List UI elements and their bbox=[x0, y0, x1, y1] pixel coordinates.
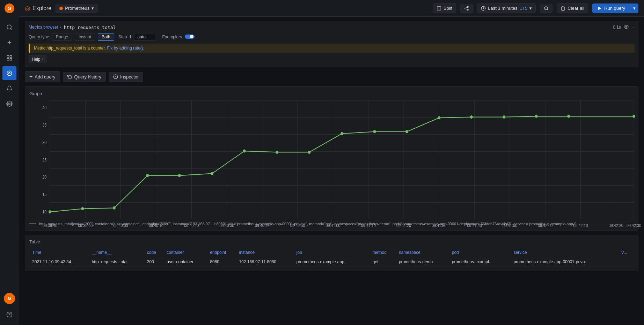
col-endpoint[interactable]: endpoint bbox=[207, 248, 236, 257]
svg-point-17 bbox=[467, 6, 469, 8]
col-name[interactable]: __name__ bbox=[89, 248, 144, 257]
svg-text:35: 35 bbox=[42, 122, 46, 127]
cell-pod: prometheus-exampl... bbox=[449, 257, 511, 267]
svg-text:09:39:40: 09:39:40 bbox=[43, 223, 58, 228]
query-history-button[interactable]: Query history bbox=[63, 72, 106, 82]
col-instance[interactable]: instance bbox=[236, 248, 293, 257]
split-icon bbox=[437, 6, 441, 11]
share-button[interactable] bbox=[460, 4, 473, 13]
col-container[interactable]: container bbox=[164, 248, 207, 257]
col-value[interactable]: V... bbox=[619, 248, 634, 257]
cell-service: prometheus-example-app-00001-priva... bbox=[511, 257, 619, 267]
eye-icon[interactable] bbox=[624, 24, 629, 30]
svg-text:09:41:40: 09:41:40 bbox=[467, 223, 482, 228]
col-pod[interactable]: pod bbox=[449, 248, 511, 257]
grafana-logo-icon[interactable]: G bbox=[4, 3, 15, 14]
svg-text:09:41:00: 09:41:00 bbox=[325, 223, 341, 228]
svg-marker-26 bbox=[598, 6, 601, 10]
table-body: 2021-11-10 09:42:34 http_requests_total … bbox=[29, 257, 634, 267]
col-namespace[interactable]: namespace bbox=[396, 248, 449, 257]
svg-text:09:42:00: 09:42:00 bbox=[538, 223, 553, 228]
run-query-dropdown[interactable]: ▾ bbox=[630, 3, 638, 13]
col-service[interactable]: service bbox=[511, 248, 619, 257]
svg-line-3 bbox=[10, 28, 12, 29]
svg-text:09:40:50: 09:40:50 bbox=[290, 223, 305, 228]
datasource-chevron-icon: ▾ bbox=[92, 6, 94, 11]
col-method[interactable]: method bbox=[370, 248, 396, 257]
warning-box: Metric http_requests_total is a counter.… bbox=[29, 44, 635, 53]
svg-text:25: 25 bbox=[42, 157, 46, 162]
query-type-range-button[interactable]: Range bbox=[52, 33, 72, 41]
query-type-instant-button[interactable]: Instant bbox=[75, 33, 95, 41]
zoom-out-button[interactable] bbox=[540, 4, 552, 13]
svg-text:09:40:30: 09:40:30 bbox=[219, 223, 234, 228]
svg-line-20 bbox=[466, 8, 467, 9]
sidebar-item-dashboards[interactable] bbox=[2, 51, 16, 65]
table-section: Table Time __name__ code container endpo… bbox=[25, 235, 638, 271]
svg-point-19 bbox=[467, 9, 469, 10]
data-table: Time __name__ code container endpoint in… bbox=[29, 248, 634, 267]
data-point bbox=[438, 116, 440, 119]
clear-all-label: Clear all bbox=[568, 6, 584, 11]
step-info-icon: ℹ bbox=[130, 35, 131, 39]
sidebar-item-settings[interactable] bbox=[2, 97, 16, 111]
split-label: Split bbox=[444, 6, 452, 11]
step-input[interactable] bbox=[134, 33, 155, 41]
cell-method: get bbox=[370, 257, 396, 267]
trash-icon bbox=[561, 6, 565, 11]
metrics-browser-arrow-icon: › bbox=[60, 25, 61, 30]
svg-text:09:40:00: 09:40:00 bbox=[114, 223, 129, 228]
svg-text:09:41:10: 09:41:10 bbox=[361, 223, 376, 228]
time-range-picker[interactable]: Last 3 minutes UTC ▾ bbox=[477, 3, 536, 13]
split-button[interactable]: Split bbox=[433, 3, 456, 13]
cell-instance: 192.168.97.11:8080 bbox=[236, 257, 293, 267]
col-code[interactable]: code bbox=[144, 248, 164, 257]
clear-all-button[interactable]: Clear all bbox=[557, 3, 588, 13]
col-time[interactable]: Time bbox=[29, 248, 89, 257]
data-point bbox=[211, 172, 213, 175]
cell-container: user-container bbox=[164, 257, 207, 267]
remove-query-button[interactable]: − bbox=[631, 24, 635, 30]
cell-namespace: prometheus-demo bbox=[396, 257, 449, 267]
svg-text:09:41:20: 09:41:20 bbox=[396, 223, 411, 228]
sidebar: G G bbox=[0, 0, 19, 325]
sidebar-item-user[interactable]: G bbox=[4, 293, 15, 304]
exemplars-toggle[interactable] bbox=[185, 34, 195, 40]
add-query-button[interactable]: + Add query bbox=[25, 71, 60, 82]
table-row[interactable]: 2021-11-10 09:42:34 http_requests_total … bbox=[29, 257, 634, 267]
table-header: Time __name__ code container endpoint in… bbox=[29, 248, 634, 257]
graph-section: Graph .grid-line { stroke: #2c2f35; stro… bbox=[25, 86, 638, 230]
sidebar-item-help[interactable] bbox=[2, 308, 16, 322]
run-query-main[interactable]: Run query bbox=[592, 3, 630, 13]
fix-rate-link[interactable]: Fix by adding rate(). bbox=[107, 46, 144, 51]
svg-rect-8 bbox=[7, 59, 9, 60]
sidebar-item-explore[interactable] bbox=[2, 66, 16, 80]
svg-text:G: G bbox=[8, 6, 12, 11]
data-point bbox=[341, 132, 343, 135]
inspector-button[interactable]: Inspector bbox=[109, 72, 143, 82]
sidebar-item-search[interactable] bbox=[2, 20, 16, 34]
table-title: Table bbox=[29, 239, 634, 244]
query-editor: Metrics browser › 0.1s − Query type Rang… bbox=[25, 21, 638, 67]
sidebar-item-add[interactable] bbox=[2, 36, 16, 50]
run-query-button[interactable]: Run query ▾ bbox=[592, 3, 638, 13]
time-chevron-icon: ▾ bbox=[529, 6, 532, 11]
data-point bbox=[178, 174, 181, 177]
data-point bbox=[276, 151, 278, 154]
main-area: ◎ Explore Prometheus ▾ Split Last 3 bbox=[19, 0, 644, 325]
query-editor-top: Metrics browser › 0.1s − bbox=[25, 21, 638, 33]
metrics-browser-button[interactable]: Metrics browser › bbox=[29, 25, 61, 30]
topbar: ◎ Explore Prometheus ▾ Split Last 3 bbox=[19, 0, 644, 17]
help-button[interactable]: Help › bbox=[29, 55, 46, 63]
query-input[interactable] bbox=[64, 25, 610, 30]
svg-rect-6 bbox=[7, 55, 9, 57]
datasource-selector[interactable]: Prometheus ▾ bbox=[56, 4, 98, 13]
col-job[interactable]: job bbox=[294, 248, 370, 257]
data-point bbox=[81, 207, 84, 210]
run-query-label: Run query bbox=[604, 6, 625, 11]
run-query-chevron-icon: ▾ bbox=[633, 6, 636, 11]
sidebar-item-alerting[interactable] bbox=[2, 82, 16, 96]
svg-text:40: 40 bbox=[42, 105, 46, 110]
query-type-both-button[interactable]: Both bbox=[98, 33, 114, 41]
svg-line-24 bbox=[547, 9, 548, 10]
